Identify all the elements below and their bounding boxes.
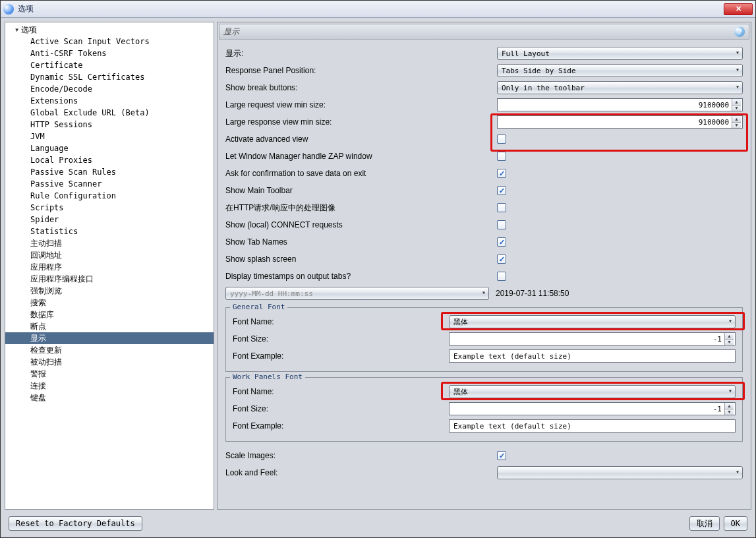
large-req-label: Large request view min size:	[225, 100, 497, 109]
content-panel: 显示 ? 显示: Full Layout Response Panel Posi…	[217, 22, 751, 510]
ts-label: Display timestamps on output tabs?	[225, 272, 497, 281]
main-toolbar-checkbox[interactable]: ✓	[497, 186, 506, 195]
sidebar-item[interactable]: Dynamic SSL Certificates	[5, 71, 214, 83]
footer: Reset to Factory Defaults 取消 OK	[5, 514, 751, 533]
break-btn-combo[interactable]: Only in the toolbar	[497, 81, 743, 94]
tree-root-node[interactable]: ▾ 选项	[5, 24, 214, 36]
sidebar-item[interactable]: 主动扫描	[5, 237, 214, 249]
http-img-checkbox[interactable]	[497, 203, 506, 212]
sidebar-item[interactable]: 回调地址	[5, 249, 214, 261]
titlebar: 选项 ✕	[1, 1, 755, 18]
sidebar-item[interactable]: Spider	[5, 214, 214, 225]
sidebar-item[interactable]: Language	[5, 142, 214, 154]
adv-view-checkbox[interactable]	[497, 134, 506, 144]
scale-checkbox[interactable]: ✓	[497, 451, 506, 460]
sidebar-item[interactable]: Scripts	[5, 202, 214, 214]
spin-up-icon[interactable]: ▲	[732, 99, 741, 105]
ok-button[interactable]: OK	[724, 516, 747, 531]
laf-label: Look and Feel:	[225, 468, 497, 477]
general-font-legend: General Font	[230, 303, 287, 311]
work-font-name-label: Font Name:	[233, 387, 449, 396]
reset-button[interactable]: Reset to Factory Defaults	[9, 516, 142, 531]
options-window: 选项 ✕ ▾ 选项 Active Scan Input VectorsAnti-…	[0, 0, 756, 538]
sidebar-item[interactable]: 显示	[5, 332, 214, 344]
spin-down-icon[interactable]: ▼	[732, 105, 741, 111]
ask-exit-checkbox[interactable]: ✓	[497, 169, 506, 178]
large-req-input[interactable]	[498, 99, 732, 111]
sidebar-item[interactable]: Encode/Decode	[5, 83, 214, 95]
help-icon[interactable]: ?	[734, 26, 745, 37]
gen-font-example-field: Example text (default size)	[449, 349, 736, 363]
cancel-button[interactable]: 取消	[689, 516, 720, 531]
break-btn-label: Show break buttons:	[225, 83, 497, 92]
connect-label: Show (local) CONNECT requests	[225, 220, 497, 229]
ts-checkbox[interactable]	[497, 272, 506, 281]
sidebar-item[interactable]: 警报	[5, 368, 214, 380]
display-combo[interactable]: Full Layout	[497, 47, 743, 60]
sidebar-item[interactable]: Extensions	[5, 95, 214, 107]
sidebar-item[interactable]: 强制浏览	[5, 285, 214, 297]
sidebar-item[interactable]: 应用程序编程接口	[5, 273, 214, 285]
tree-root-label: 选项	[21, 24, 37, 36]
http-img-label: 在HTTP请求/响应中的处理图像	[225, 202, 497, 214]
sidebar-item[interactable]: 数据库	[5, 309, 214, 320]
tab-names-checkbox[interactable]: ✓	[497, 237, 506, 247]
work-font-name-combo[interactable]: 黑体	[449, 385, 736, 398]
wm-label: Let Window Manager handle ZAP window	[225, 152, 497, 161]
large-resp-input[interactable]	[498, 116, 732, 128]
ask-exit-label: Ask for confirmation to save data on exi…	[225, 169, 497, 178]
large-req-spinner[interactable]: ▲▼	[497, 98, 743, 111]
sidebar-item[interactable]: 搜索	[5, 297, 214, 309]
wm-checkbox[interactable]	[497, 152, 506, 161]
ts-format-combo[interactable]: yyyy-MM-dd HH:mm:ss	[225, 287, 489, 300]
spin-down-icon[interactable]: ▼	[732, 123, 741, 129]
sidebar-item[interactable]: 应用程序	[5, 261, 214, 273]
sidebar-item[interactable]: HTTP Sessions	[5, 119, 214, 131]
sidebar-item[interactable]: Statistics	[5, 225, 214, 237]
sidebar-item[interactable]: Active Scan Input Vectors	[5, 36, 214, 47]
laf-combo[interactable]	[497, 466, 743, 479]
sidebar-item[interactable]: Global Exclude URL (Beta)	[5, 107, 214, 119]
large-resp-spinner[interactable]: ▲▼	[497, 115, 743, 129]
gen-font-example-label: Font Example:	[233, 351, 449, 361]
panel-title: 显示	[223, 26, 239, 38]
adv-view-label: Activate advanced view	[225, 134, 497, 144]
sidebar-item[interactable]: 被动扫描	[5, 356, 214, 368]
sidebar-item[interactable]: Anti-CSRF Tokens	[5, 47, 214, 59]
sidebar-item[interactable]: Local Proxies	[5, 154, 214, 166]
resp-panel-combo[interactable]: Tabs Side by Side	[497, 64, 743, 77]
sidebar-item[interactable]: JVM	[5, 131, 214, 142]
work-font-size-spinner[interactable]: ▲▼	[449, 402, 736, 415]
gen-font-size-spinner[interactable]: ▲▼	[449, 332, 736, 345]
work-font-example-label: Font Example:	[233, 421, 449, 431]
sidebar[interactable]: ▾ 选项 Active Scan Input VectorsAnti-CSRF …	[5, 22, 214, 510]
spin-up-icon[interactable]: ▲	[732, 116, 741, 123]
sidebar-item[interactable]: Passive Scan Rules	[5, 166, 214, 178]
tree-toggle-icon[interactable]: ▾	[15, 25, 21, 34]
sidebar-item[interactable]: 检查更新	[5, 344, 214, 356]
splash-checkbox[interactable]: ✓	[497, 254, 506, 264]
sidebar-item[interactable]: Certificate	[5, 59, 214, 71]
large-resp-label: Large response view min size:	[225, 117, 497, 127]
gen-font-name-combo[interactable]: 黑体	[449, 315, 736, 328]
close-button[interactable]: ✕	[724, 3, 753, 15]
window-title: 选项	[18, 3, 724, 15]
app-icon	[3, 4, 14, 15]
work-font-legend: Work Panels Font	[230, 373, 305, 381]
splash-label: Show splash screen	[225, 254, 497, 264]
ts-preview: 2019-07-31 11:58:50	[496, 289, 569, 298]
main-toolbar-label: Show Main Toolbar	[225, 186, 497, 195]
work-font-fieldset: Work Panels Font Font Name: 黑体 Font Size…	[225, 377, 743, 442]
sidebar-item[interactable]: 连接	[5, 380, 214, 392]
work-font-size-label: Font Size:	[233, 404, 449, 413]
sidebar-item[interactable]: Rule Configuration	[5, 190, 214, 202]
sidebar-item[interactable]: 键盘	[5, 392, 214, 404]
scale-label: Scale Images:	[225, 451, 497, 460]
connect-checkbox[interactable]	[497, 220, 506, 229]
general-font-fieldset: General Font Font Name: 黑体 Font Size: ▲▼…	[225, 307, 743, 372]
sidebar-item[interactable]: 断点	[5, 320, 214, 332]
work-font-example-field: Example text (default size)	[449, 419, 736, 433]
sidebar-item[interactable]: Passive Scanner	[5, 178, 214, 190]
tab-names-label: Show Tab Names	[225, 237, 497, 247]
window-body: ▾ 选项 Active Scan Input VectorsAnti-CSRF …	[1, 18, 755, 537]
